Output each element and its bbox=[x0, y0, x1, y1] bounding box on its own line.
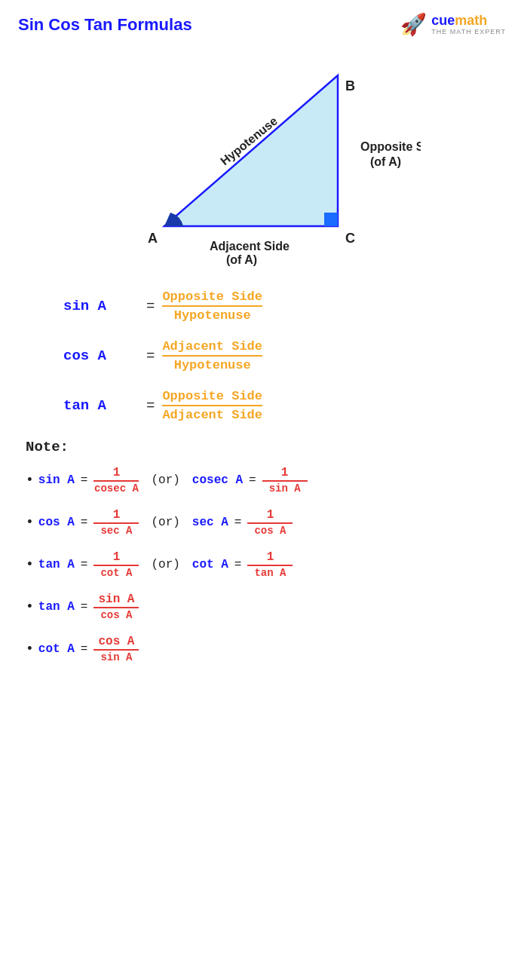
sin-frac-1: 1 cosec A bbox=[93, 466, 139, 495]
logo-math: math bbox=[455, 14, 487, 29]
note-tan-lhs: tan A bbox=[38, 558, 75, 571]
tan-fraction: Opposite Side Adjacent Side bbox=[162, 389, 262, 422]
bullet-3: • bbox=[26, 557, 34, 572]
note-item-tan: • tan A = 1 cot A (or) cot A = 1 tan A bbox=[26, 550, 506, 579]
sin-lhs: sin A bbox=[63, 298, 139, 314]
logo: 🚀 cue math THE MATH EXPERT bbox=[400, 12, 506, 38]
sin-numerator: Opposite Side bbox=[162, 289, 262, 307]
note-cot-rhs: cot A bbox=[192, 558, 228, 571]
sec-frac: 1 cos A bbox=[247, 508, 293, 537]
tan-denominator: Adjacent Side bbox=[162, 406, 262, 422]
cos-equals: = bbox=[146, 348, 155, 364]
bullet-5: • bbox=[26, 642, 34, 657]
svg-text:(of A): (of A) bbox=[370, 155, 401, 168]
sin-fraction: Opposite Side Hypotenuse bbox=[162, 289, 262, 323]
tan-equals: = bbox=[146, 397, 155, 414]
note-item-sin: • sin A = 1 cosec A (or) cosec A = 1 sin… bbox=[26, 466, 506, 495]
bullet-4: • bbox=[26, 599, 34, 614]
formula-tan: tan A = Opposite Side Adjacent Side bbox=[63, 389, 506, 422]
note-cos-lhs: cos A bbox=[38, 516, 75, 529]
svg-text:(of A): (of A) bbox=[226, 253, 257, 266]
page-title: Sin Cos Tan Formulas bbox=[18, 15, 192, 35]
svg-text:A: A bbox=[148, 231, 158, 246]
note-item-cos: • cos A = 1 sec A (or) sec A = 1 cos A bbox=[26, 508, 506, 537]
note-cot-lhs: cot A bbox=[38, 642, 75, 656]
note-item-cot: • cot A = cos A sin A bbox=[26, 635, 506, 663]
logo-tagline: THE MATH EXPERT bbox=[431, 29, 506, 36]
logo-cue: cue bbox=[431, 14, 455, 29]
note-section: Note: • sin A = 1 cosec A (or) cosec A =… bbox=[26, 439, 506, 663]
formula-cos: cos A = Adjacent Side Hypotenuse bbox=[63, 339, 506, 372]
cos-lhs: cos A bbox=[63, 348, 139, 364]
note-tan2-lhs: tan A bbox=[38, 600, 75, 614]
svg-text:C: C bbox=[345, 231, 355, 246]
sin-denominator: Hypotenuse bbox=[164, 307, 262, 323]
tan-numerator: Opposite Side bbox=[162, 389, 262, 406]
svg-marker-0 bbox=[164, 75, 338, 226]
page-header: Sin Cos Tan Formulas 🚀 cue math THE MATH… bbox=[18, 12, 506, 38]
svg-text:B: B bbox=[345, 78, 355, 93]
note-cosec-rhs: cosec A bbox=[192, 473, 243, 487]
logo-text: cue math THE MATH EXPERT bbox=[431, 14, 506, 36]
cot2-frac: cos A sin A bbox=[93, 635, 139, 663]
formulas-section: sin A = Opposite Side Hypotenuse cos A =… bbox=[63, 289, 506, 422]
cos-denominator: Hypotenuse bbox=[164, 357, 262, 372]
cosec-frac: 1 sin A bbox=[262, 466, 308, 495]
note-item-tan2: • tan A = sin A cos A bbox=[26, 593, 506, 621]
bullet-2: • bbox=[26, 515, 34, 530]
tan2-frac: sin A cos A bbox=[93, 593, 139, 621]
sin-equals: = bbox=[146, 298, 155, 314]
note-sec-rhs: sec A bbox=[192, 516, 228, 529]
note-sin-lhs: sin A bbox=[38, 473, 75, 487]
note-title: Note: bbox=[26, 439, 506, 455]
tan-frac-1: 1 cot A bbox=[93, 550, 139, 579]
tan-lhs: tan A bbox=[63, 397, 139, 414]
logo-rocket-icon: 🚀 bbox=[400, 12, 427, 38]
svg-rect-1 bbox=[324, 213, 338, 226]
triangle-diagram: Hypotenuse A B C Opposite Side (of A) Ad… bbox=[18, 53, 506, 271]
triangle-svg: Hypotenuse A B C Opposite Side (of A) Ad… bbox=[104, 53, 421, 271]
cos-fraction: Adjacent Side Hypotenuse bbox=[162, 339, 262, 372]
cos-frac-1: 1 sec A bbox=[93, 508, 139, 537]
bullet-1: • bbox=[26, 473, 34, 488]
cot-frac: 1 tan A bbox=[247, 550, 293, 579]
svg-text:Adjacent Side: Adjacent Side bbox=[210, 240, 290, 253]
cos-numerator: Adjacent Side bbox=[162, 339, 262, 357]
formula-sin: sin A = Opposite Side Hypotenuse bbox=[63, 289, 506, 323]
svg-text:Opposite Side: Opposite Side bbox=[360, 140, 421, 153]
triangle-container: Hypotenuse A B C Opposite Side (of A) Ad… bbox=[104, 53, 421, 271]
